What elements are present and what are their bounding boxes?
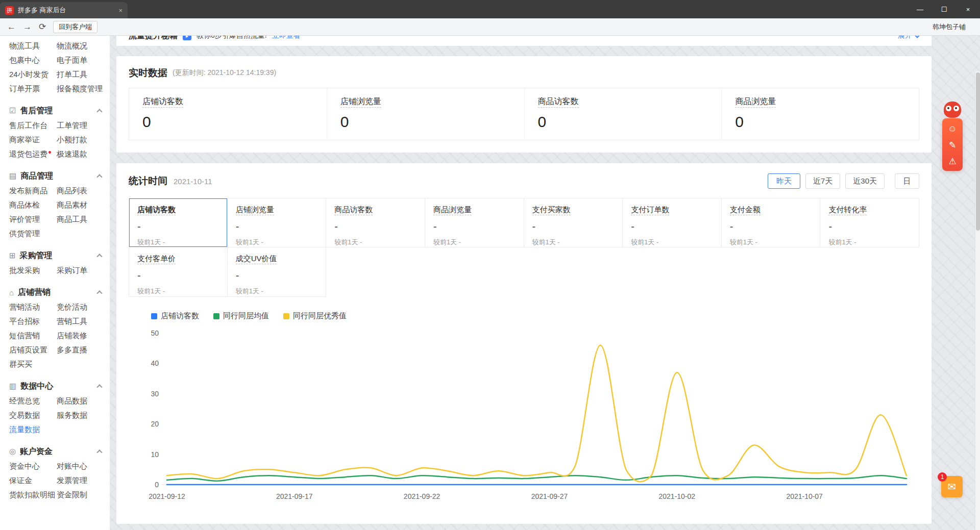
sidebar-item[interactable]: 退货包运费 (9, 149, 57, 159)
banner-expand-link[interactable]: 展开 (898, 36, 919, 40)
metric-tab-label: 支付转化率 (828, 205, 867, 215)
back-icon[interactable]: ← (7, 22, 16, 31)
sidebar-item[interactable]: 物流工具 (9, 41, 57, 51)
sidebar-item[interactable]: 售后工作台 (9, 121, 57, 131)
sidebar-item[interactable]: 小额打款 (57, 135, 87, 145)
sidebar-item[interactable]: 货款扣款明细 (9, 490, 57, 500)
range-button[interactable]: 近30天 (845, 173, 885, 189)
sidebar-item[interactable]: 工单管理 (57, 121, 87, 131)
sidebar-item[interactable]: 采购订单 (57, 266, 87, 275)
sidebar-item[interactable]: 经营总览 (9, 396, 57, 406)
sidebar-item[interactable]: 商品体检 (9, 200, 57, 210)
metric-tab[interactable]: 商品浏览量-较前1天 - (425, 198, 524, 247)
metric-tab-compare: 较前1天 - (532, 238, 615, 247)
range-button[interactable]: 昨天 (768, 173, 800, 189)
metric-tab[interactable]: 店铺访客数-较前1天 - (129, 198, 228, 247)
sidebar-section-header[interactable]: ☑售后管理 (0, 103, 110, 118)
svg-text:2021-10-07: 2021-10-07 (786, 492, 823, 500)
metric-tab[interactable]: 店铺浏览量-较前1天 - (228, 198, 327, 247)
close-button[interactable]: × (956, 0, 980, 18)
sidebar-item[interactable]: 商品素材 (57, 200, 87, 210)
metric-label[interactable]: 商品浏览量 (735, 97, 776, 108)
sidebar-item[interactable]: 24小时发货 (9, 70, 57, 80)
scrollbar-thumb[interactable] (976, 72, 980, 231)
sidebar-item[interactable]: 保证金 (9, 476, 57, 486)
sidebar-section-header[interactable]: ▥数据中心 (0, 378, 110, 394)
mail-button[interactable]: 1 ✉ (941, 476, 963, 497)
svg-text:30: 30 (151, 390, 159, 398)
sidebar-item[interactable]: 平台招标 (9, 317, 57, 326)
sidebar-item[interactable]: 营销活动 (9, 302, 57, 312)
sidebar-item[interactable]: 对账中心 (57, 462, 87, 471)
sidebar-item[interactable]: 商品工具 (57, 215, 87, 224)
legend-item[interactable]: 店铺访客数 (151, 311, 199, 321)
sidebar-item[interactable]: 店铺页设置 (9, 345, 57, 355)
edit-icon[interactable]: ✎ (949, 141, 956, 149)
sidebar-item[interactable]: 资金限制 (57, 490, 87, 500)
metric-tab-value: - (137, 270, 219, 282)
sidebar-item[interactable]: 商品数据 (57, 396, 87, 406)
page-scrollbar[interactable] (975, 71, 980, 530)
sidebar-item[interactable]: 流量数据 (9, 425, 40, 435)
refresh-icon[interactable]: ⟳ (39, 22, 46, 31)
metric-tab[interactable]: 支付订单数-较前1天 - (623, 198, 722, 247)
sidebar-row: 商品体检商品素材 (0, 198, 110, 212)
customer-service-icon[interactable]: ☺ (948, 124, 957, 133)
metric-label[interactable]: 店铺浏览量 (340, 97, 381, 108)
sidebar-item[interactable]: 交易数据 (9, 411, 57, 420)
metric-tab[interactable]: 支付转化率-较前1天 - (820, 198, 919, 247)
banner-subtitle: 教你6步引爆自然流量! (197, 36, 267, 40)
sidebar-item[interactable]: 服务数据 (57, 411, 87, 420)
sidebar-item[interactable]: 营销工具 (57, 317, 87, 326)
sidebar-item[interactable]: 订单开票 (9, 84, 57, 94)
sidebar-item[interactable]: 包裹中心 (9, 56, 57, 65)
sidebar-item[interactable]: 群买买 (9, 360, 32, 369)
back-to-client-button[interactable]: 回到客户端 (53, 21, 97, 33)
legend-item[interactable]: 同行同层均值 (213, 311, 269, 321)
metric-tab[interactable]: 商品访客数-较前1天 - (326, 198, 425, 247)
sidebar-section-header[interactable]: ⌂店铺营销 (0, 285, 110, 300)
tab-close-icon[interactable]: × (118, 7, 122, 14)
sidebar-item[interactable]: 店铺装修 (57, 331, 87, 341)
sidebar-item[interactable]: 竞价活动 (57, 302, 87, 312)
sidebar-row: 退货包运费极速退款 (0, 147, 110, 161)
sidebar-section-header[interactable]: ▤商品管理 (0, 168, 110, 184)
metric-tab[interactable]: 成交UV价值-较前1天 - (228, 247, 327, 297)
data-center-icon: ▥ (9, 382, 16, 391)
sidebar-item[interactable]: 发布新商品 (9, 186, 57, 196)
sidebar-item[interactable]: 电子面单 (57, 56, 87, 65)
forward-icon[interactable]: → (23, 22, 32, 31)
sidebar-section-header[interactable]: ⊞采购管理 (0, 248, 110, 263)
legend-item[interactable]: 同行同层优秀值 (283, 311, 347, 321)
range-button[interactable]: 近7天 (805, 173, 840, 189)
sidebar-item[interactable]: 极速退款 (57, 149, 87, 159)
metric-tab[interactable]: 支付金额-较前1天 - (722, 198, 821, 247)
maximize-button[interactable]: ☐ (932, 0, 956, 18)
sidebar-item[interactable]: 商品列表 (57, 186, 87, 196)
browser-tab[interactable]: 拼 拼多多 商家后台 × (0, 2, 128, 18)
sidebar-item[interactable]: 供货管理 (9, 229, 40, 239)
sidebar-item[interactable]: 多多直播 (57, 345, 87, 355)
after-sale-icon: ☑ (9, 106, 16, 115)
metric-label[interactable]: 店铺访客数 (142, 97, 183, 108)
metric-tab[interactable]: 支付客单价-较前1天 - (129, 247, 228, 297)
sidebar-item[interactable]: 评价管理 (9, 215, 57, 224)
warning-icon[interactable]: ⚠ (948, 157, 956, 166)
svg-text:2021-09-27: 2021-09-27 (531, 492, 568, 500)
sidebar-item[interactable]: 发票管理 (57, 476, 87, 486)
day-button[interactable]: 日 (895, 173, 919, 189)
sidebar-row: 店铺页设置多多直播 (0, 343, 110, 357)
sidebar-item[interactable]: 物流概况 (57, 41, 87, 51)
traffic-chart: 010203040502021-09-122021-09-172021-09-2… (129, 324, 919, 509)
sidebar-item[interactable]: 商家举证 (9, 135, 57, 145)
sidebar-item[interactable]: 资金中心 (9, 462, 57, 471)
sidebar-item[interactable]: 批发采购 (9, 266, 57, 275)
metric-tab[interactable]: 支付买家数-较前1天 - (524, 198, 623, 247)
banner-view-link[interactable]: 立即查看 (272, 36, 301, 40)
metric-label[interactable]: 商品访客数 (538, 97, 579, 108)
sidebar-item[interactable]: 报备额度管理 (57, 84, 103, 94)
sidebar-item[interactable]: 短信营销 (9, 331, 57, 341)
sidebar-item[interactable]: 打单工具 (57, 70, 87, 80)
sidebar-section-header[interactable]: ◎账户资金 (0, 444, 110, 459)
minimize-button[interactable]: — (908, 0, 932, 18)
